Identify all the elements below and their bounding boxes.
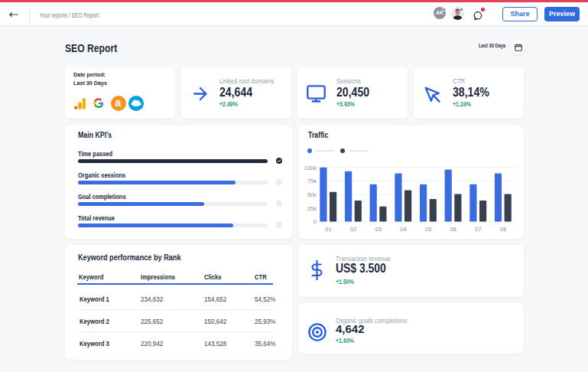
svg-text:02: 02 (350, 226, 356, 233)
svg-text:03: 03 (375, 226, 382, 233)
svg-text:04: 04 (400, 226, 406, 233)
svg-text:01: 01 (325, 226, 331, 233)
svg-text:0: 0 (313, 218, 317, 225)
svg-text:05: 05 (425, 226, 431, 233)
svg-text:08: 08 (500, 226, 506, 233)
svg-text:07: 07 (475, 226, 481, 233)
svg-text:25k: 25k (307, 205, 317, 212)
svg-text:75k: 75k (307, 178, 317, 184)
svg-text:100k: 100k (304, 165, 317, 171)
svg-text:06: 06 (450, 226, 456, 233)
svg-text:50k: 50k (307, 191, 317, 198)
